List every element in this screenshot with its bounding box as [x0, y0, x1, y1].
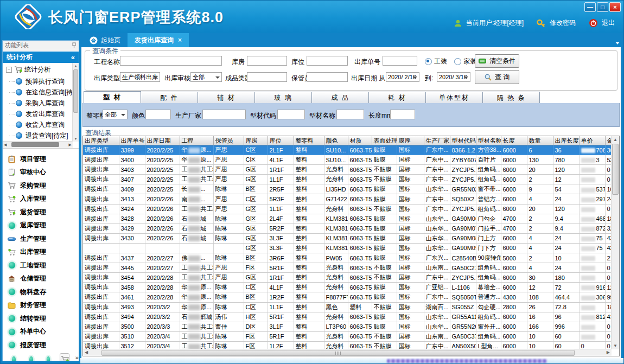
- project-name-input[interactable]: [120, 56, 222, 66]
- out-type-select[interactable]: 生产领料出库: [120, 72, 160, 82]
- close-button[interactable]: ×: [609, 2, 621, 12]
- column-header-3[interactable]: 工程: [180, 136, 213, 145]
- column-header-11[interactable]: 膜厚: [397, 136, 424, 145]
- table-row-0[interactable]: 调拨出库33992020/2/25华原...严思C区2L1F整料SU10...6…: [83, 145, 612, 155]
- column-header-15[interactable]: 长度: [501, 136, 527, 145]
- warehouse-input[interactable]: [247, 56, 287, 66]
- table-row-4[interactable]: 调拨出库34092020/2/25长...陈琳B区2R5F整料LI35HD606…: [83, 184, 612, 194]
- table-row-9[interactable]: 调拨出库34302020/2/26石城陈琳G区3L3F整料KLM38176063…: [83, 233, 612, 243]
- column-header-18[interactable]: 单价: [579, 136, 605, 145]
- tab-shipping-query[interactable]: 发货出库查询 ×: [128, 33, 189, 47]
- logout-link[interactable]: 退出: [602, 18, 615, 28]
- table-row-11[interactable]: 调拨出库34372020/2/27佛...陈琳B区3R6F整料PW056063-…: [83, 253, 612, 263]
- grid-vertical-scrollbar[interactable]: ▲▼: [611, 136, 619, 349]
- color-input[interactable]: [145, 110, 171, 119]
- tab-close-icon[interactable]: ×: [178, 36, 182, 44]
- location-input[interactable]: [307, 56, 348, 66]
- column-header-2[interactable]: 出库日期: [145, 136, 180, 145]
- material-tab-3[interactable]: 玻 璃: [254, 92, 312, 103]
- sidebar-menu-item-1[interactable]: 审核中心: [3, 166, 79, 180]
- table-row-2[interactable]: 调拨出库34032020/2/25工共工程严思G区1R1F整料光身料6063-T…: [83, 165, 612, 175]
- sidebar-menu-item-12[interactable]: 结转管理: [3, 312, 79, 325]
- radio-jiazhuang[interactable]: 家装: [454, 57, 476, 66]
- material-tab-5[interactable]: 耗 材: [368, 92, 426, 103]
- sidebar-menu-item-13[interactable]: 补单中心: [3, 325, 79, 339]
- profile-code-input[interactable]: [277, 110, 305, 119]
- order-no-input[interactable]: [383, 56, 417, 66]
- column-header-8[interactable]: 颜色: [324, 136, 348, 145]
- tab-home[interactable]: 起始页: [82, 33, 128, 47]
- date-to-select[interactable]: 2020/ 3/16: [437, 72, 470, 82]
- sidebar-menu-item-10[interactable]: 物料盘存: [3, 285, 79, 299]
- sidebar-menu-item-8[interactable]: 工地管理: [3, 259, 79, 272]
- tree-item-2[interactable]: 采购入库查询: [3, 98, 79, 108]
- table-row-3[interactable]: 调拨出库34072020/2/25工共工程严思G区1L1F整料光身料6063-T…: [83, 175, 612, 184]
- column-header-12[interactable]: 生产厂家: [424, 136, 450, 145]
- sidebar-menu-item-9[interactable]: 仓储管理: [3, 272, 79, 286]
- table-row-18[interactable]: 调拨出库35002020/3/3工共工程曹佳D区3L1F整料LT3P606063…: [83, 322, 612, 331]
- sidebar-more-button[interactable]: »▾: [75, 355, 79, 362]
- search-button[interactable]: 查 询: [475, 70, 519, 84]
- radio-gongzhuang[interactable]: 工装: [425, 57, 447, 66]
- table-row-1[interactable]: 调拨出库34002020/2/25华原...严思C区4L1F整料SU10...6…: [83, 155, 612, 165]
- tree-item-1[interactable]: 在途信息查询[待: [3, 87, 79, 98]
- tree-vertical-scrollbar[interactable]: ▲▼: [72, 63, 79, 142]
- column-header-7[interactable]: 整零料: [294, 136, 324, 145]
- table-row-15[interactable]: 调拨出库34612020/2/28华原...陈琳B区1R2F整料F8877FT6…: [83, 292, 612, 302]
- column-header-1[interactable]: 出库单号: [119, 136, 145, 145]
- footer-circle-icon[interactable]: [29, 356, 34, 362]
- material-tab-7[interactable]: 隔 热 条: [482, 92, 540, 103]
- date-from-select[interactable]: 2020/ 2/16: [386, 72, 419, 82]
- table-row-10[interactable]: G区3L3F整料KLM38176063-T5贴膜国标山东华...GA90M09.…: [83, 243, 612, 253]
- length-input[interactable]: [390, 110, 415, 119]
- clear-conditions-button[interactable]: 清空条件: [475, 54, 519, 68]
- product-type-input[interactable]: [247, 72, 287, 82]
- table-row-13[interactable]: 调拨出库34542020/2/28工共工程严思G区1R1F整料光身料6063-T…: [83, 273, 612, 283]
- audit-select[interactable]: 全部: [190, 72, 222, 82]
- manufacturer-input[interactable]: [202, 110, 246, 119]
- tree-item-3[interactable]: 发货出库查询: [3, 108, 79, 119]
- keeper-input[interactable]: [307, 72, 348, 82]
- pin-icon[interactable]: [72, 42, 77, 48]
- material-tab-1[interactable]: 配 件: [141, 92, 198, 103]
- sidebar-menu-item-2[interactable]: 采购管理: [3, 179, 79, 193]
- column-header-16[interactable]: 数量: [527, 136, 553, 145]
- whole-part-select[interactable]: 全部: [103, 110, 128, 119]
- tab-list-dropdown-icon[interactable]: [615, 42, 620, 44]
- tree-item-4[interactable]: 收货入库查询: [3, 119, 79, 130]
- column-header-17[interactable]: 出库长度: [553, 136, 579, 145]
- maximize-button[interactable]: □: [597, 2, 608, 12]
- tree-root-node[interactable]: − 统计分析: [3, 63, 79, 76]
- sidebar-menu-item-3[interactable]: 入库管理: [3, 193, 79, 206]
- table-row-19[interactable]: 调拨出库35102020/3/4工共工程陈琳F区5R1F整料光身料6063-T5…: [83, 331, 612, 341]
- section-header[interactable]: 统计分析 «: [3, 52, 79, 63]
- change-password-link[interactable]: 修改密码: [550, 18, 576, 28]
- material-tab-0[interactable]: 型 材: [84, 91, 141, 103]
- tree-expander-icon[interactable]: −: [6, 67, 12, 73]
- column-header-13[interactable]: 型材代码: [450, 136, 476, 145]
- table-row-8[interactable]: 调拨出库34292020/2/26石城陈琳G区5R2F整料KLM38176063…: [83, 223, 612, 233]
- footer-cart-button[interactable]: [60, 353, 69, 362]
- footer-circle-icon[interactable]: [46, 356, 51, 362]
- grid-horizontal-scrollbar[interactable]: ◀▶: [83, 349, 612, 356]
- column-header-9[interactable]: 材质: [348, 136, 372, 145]
- table-row-20[interactable]: 调拨出库35122020/3/4工共工程陈琳F区1L2F整料光身料6063-T5…: [83, 341, 612, 349]
- column-header-10[interactable]: 表面处理: [372, 136, 397, 145]
- sidebar-menu-item-6[interactable]: 生产管理: [3, 232, 79, 246]
- footer-circle-icon[interactable]: [11, 356, 16, 362]
- table-row-5[interactable]: 调拨出库34132020/2/26南...严思C区5R3F整料G71422606…: [83, 194, 612, 204]
- material-tab-6[interactable]: 单体型材: [425, 92, 483, 103]
- table-row-12[interactable]: 调拨出库34452020/2/27工共工程严思F区5R1F整料光身料6063-T…: [83, 263, 612, 273]
- table-row-14[interactable]: 调拨出库34582020/2/28华原...陈琳C区4L1F整料光身料6063-…: [83, 283, 612, 292]
- column-header-14[interactable]: 型材名称: [476, 136, 501, 145]
- sidebar-menu-item-7[interactable]: 出库管理: [3, 246, 79, 259]
- material-tab-2[interactable]: 辅 材: [198, 92, 255, 103]
- sidebar-menu-item-0[interactable]: 项目管理: [3, 152, 79, 166]
- sidebar-menu-item-5[interactable]: 退库管理: [3, 219, 79, 233]
- collapse-chevron-icon[interactable]: «: [71, 53, 75, 61]
- table-row-7[interactable]: 调拨出库34282020/2/26石城陈琳G区2L4F整料KLM38176063…: [83, 214, 612, 223]
- table-row-17[interactable]: 调拨出库34942020/3/2石辉城汤伟H区5R1F整料光身料6063-T5贴…: [83, 312, 612, 322]
- sidebar-menu-item-11[interactable]: 财务管理: [3, 299, 79, 312]
- table-row-6[interactable]: 调拨出库34242020/2/26工共工程严思G区1L1F整料光身料6063-T…: [83, 204, 612, 214]
- column-header-0[interactable]: 出库类型: [83, 136, 119, 145]
